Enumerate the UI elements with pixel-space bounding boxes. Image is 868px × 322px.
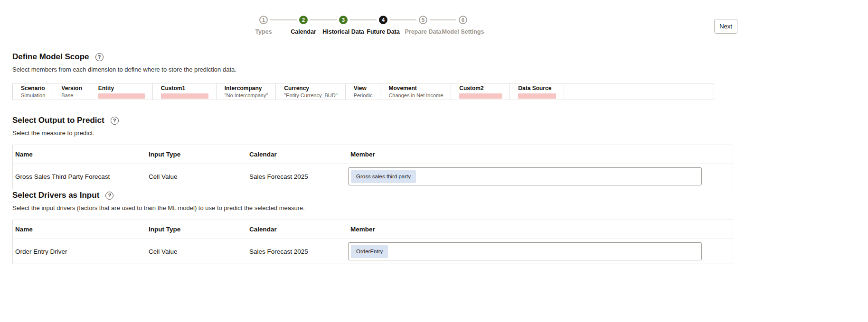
dimension-value: Periodic [354,92,373,99]
dimension-name: Intercompany [225,85,268,92]
dimension-value: "No Intercompany" [225,92,268,99]
section-subtitle: Select members from each dimension to de… [12,66,714,73]
step-calendar[interactable]: 2 Calendar [283,16,323,35]
dimension-data-source[interactable]: Data Source [510,83,564,100]
step-future-data[interactable]: 4 Future Data [363,16,403,35]
section-title: Select Drivers as Input [12,191,99,200]
dimension-value: Simulation [21,92,45,99]
step-types[interactable]: 1 Types [244,16,283,35]
step-number: 2 [299,16,308,24]
step-number: 6 [459,16,467,24]
help-icon[interactable]: ? [111,117,119,125]
section-subtitle: Select the measure to predict. [12,129,733,137]
wizard-stepper: 1 Types 2 Calendar 3 Historical Data 4 F… [244,16,483,35]
next-button[interactable]: Next [714,19,737,34]
section-title: Define Model Scope [12,52,89,62]
step-prepare-data[interactable]: 5 Prepare Data [403,16,443,35]
step-label: Historical Data [322,28,364,35]
step-number: 3 [339,16,348,24]
column-header-name: Name [13,151,146,158]
step-label: Calendar [291,28,316,35]
row-name: Gross Sales Third Party Forecast [13,173,146,180]
dimension-value-redacted [459,93,502,99]
row-calendar: Sales Forecast 2025 [247,173,348,180]
select-drivers-section: Select Drivers as Input ? Select the inp… [12,191,733,264]
help-icon[interactable]: ? [105,192,113,200]
dimension-value-redacted [98,93,145,99]
row-calendar: Sales Forecast 2025 [247,248,348,255]
step-number: 1 [259,16,268,24]
table-header-row: Name Input Type Calendar Member [13,145,733,164]
dimension-name: Custom2 [459,85,502,92]
table-header-row: Name Input Type Calendar Member [13,220,733,239]
dimension-name: Custom1 [161,85,208,92]
table-row: Gross Sales Third Party Forecast Cell Va… [13,164,733,189]
dimension-name: Version [61,85,82,92]
step-label: Model Settings [442,28,484,35]
table-row: Order Entry Driver Cell Value Sales Fore… [13,239,733,264]
step-label: Types [255,28,272,35]
column-header-calendar: Calendar [247,226,348,233]
dimension-scenario[interactable]: Scenario Simulation [13,83,53,100]
dimension-version[interactable]: Version Base [53,83,90,100]
dimension-custom2[interactable]: Custom2 [451,83,510,100]
output-table: Name Input Type Calendar Member Gross Sa… [12,145,733,189]
member-chip-label: OrderEntry [356,248,383,254]
row-input-type: Cell Value [146,248,247,255]
define-model-scope-section: Define Model Scope ? Select members from… [12,52,714,100]
step-number: 4 [379,16,387,24]
column-header-member: Member [348,151,733,158]
dimension-name: Movement [388,85,443,92]
section-title: Select Output to Predict [12,116,104,125]
dimension-value: "Entity Currency_BUD" [284,92,337,99]
help-icon[interactable]: ? [95,53,104,61]
dimension-intercompany[interactable]: Intercompany "No Intercompany" [217,83,276,100]
dimension-name: Currency [284,85,337,92]
select-output-section: Select Output to Predict ? Select the me… [12,116,733,189]
column-header-member: Member [348,226,733,233]
member-chip[interactable]: Gross sales third party [351,170,416,183]
column-header-input-type: Input Type [146,226,247,233]
step-number: 5 [419,16,427,24]
member-chip-label: Gross sales third party [356,174,411,179]
dimension-custom1[interactable]: Custom1 [153,83,217,100]
step-label: Future Data [367,28,399,35]
row-input-type: Cell Value [146,173,247,180]
section-subtitle: Select the input drivers (factors that a… [12,204,733,212]
dimension-value-redacted [518,93,556,99]
dimension-name: View [354,85,373,92]
step-model-settings[interactable]: 6 Model Settings [443,16,483,35]
step-historical-data[interactable]: 3 Historical Data [323,16,363,35]
dimension-name: Entity [98,85,145,92]
dimension-entity[interactable]: Entity [90,83,153,100]
dimension-value: Base [61,92,82,99]
member-selector-driver[interactable]: OrderEntry [348,242,702,260]
member-chip[interactable]: OrderEntry [351,245,388,258]
drivers-table: Name Input Type Calendar Member Order En… [12,220,733,264]
dimension-value: Changes in Net Income [388,92,443,99]
row-name: Order Entry Driver [13,248,146,255]
wizard-page: 1 Types 2 Calendar 3 Historical Data 4 F… [0,0,868,322]
column-header-calendar: Calendar [247,151,348,158]
step-label: Prepare Data [405,28,441,35]
dimension-view[interactable]: View Periodic [346,83,381,100]
dimension-name: Data Source [518,85,556,92]
dimension-name: Scenario [21,85,45,92]
dimension-strip: Scenario Simulation Version Base Entity … [12,83,714,100]
member-selector-output[interactable]: Gross sales third party [348,167,702,185]
dimension-movement[interactable]: Movement Changes in Net Income [380,83,451,100]
column-header-input-type: Input Type [146,151,247,158]
dimension-currency[interactable]: Currency "Entity Currency_BUD" [276,83,345,100]
column-header-name: Name [13,226,146,233]
dimension-value-redacted [161,93,208,99]
